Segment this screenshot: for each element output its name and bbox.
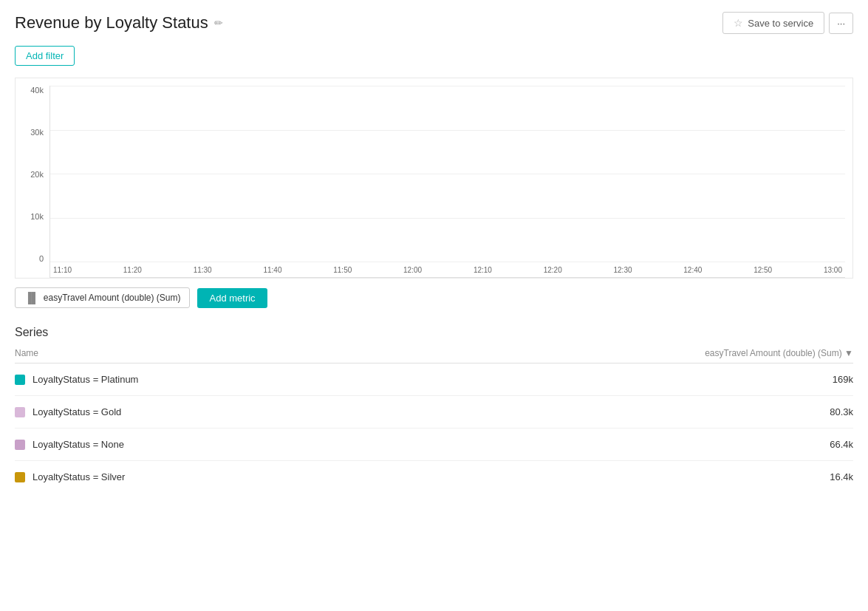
col-header-value-label[interactable]: easyTravel Amount (double) (Sum) ▼ xyxy=(705,348,853,358)
series-color-swatch xyxy=(15,407,25,417)
metric-chip-label: easyTravel Amount (double) (Sum) xyxy=(44,293,181,303)
metrics-row: ▐▌ easyTravel Amount (double) (Sum) Add … xyxy=(15,287,853,308)
bar-chart-icon: ▐▌ xyxy=(24,292,39,304)
x-label-1230: 12:30 xyxy=(614,266,632,274)
series-row-name: LoyaltyStatus = Platinum xyxy=(33,374,691,385)
col-header-value: easyTravel Amount (double) (Sum) ▼ xyxy=(691,348,853,358)
series-row-value: 169k xyxy=(691,374,853,385)
series-color-swatch xyxy=(15,375,25,385)
series-row: LoyaltyStatus = None 66.4k xyxy=(15,429,853,461)
bars-container xyxy=(50,86,845,262)
add-metric-button[interactable]: Add metric xyxy=(197,288,267,308)
series-row-value: 16.4k xyxy=(691,471,853,482)
save-label: Save to service xyxy=(748,18,813,29)
y-label-40k: 40k xyxy=(30,86,44,95)
x-label-1140: 11:40 xyxy=(263,266,281,274)
series-table-header: Name easyTravel Amount (double) (Sum) ▼ xyxy=(15,348,853,363)
page-title: Revenue by Loyalty Status xyxy=(15,13,208,33)
series-section: Series Name easyTravel Amount (double) (… xyxy=(15,326,853,493)
edit-icon[interactable]: ✏ xyxy=(214,17,223,29)
x-label-1220: 12:20 xyxy=(544,266,562,274)
y-axis: 40k 30k 20k 10k 0 xyxy=(23,86,49,278)
series-row: LoyaltyStatus = Silver 16.4k xyxy=(15,461,853,493)
page-container: Revenue by Loyalty Status ✏ ☆ Save to se… xyxy=(0,0,868,611)
x-label-1120: 11:20 xyxy=(123,266,142,274)
series-color-swatch xyxy=(15,472,25,482)
y-label-10k: 10k xyxy=(30,212,44,221)
x-label-1200: 12:00 xyxy=(403,266,422,274)
x-label-1210: 12:10 xyxy=(474,266,492,274)
x-label-1240: 12:40 xyxy=(683,266,702,274)
page-header: Revenue by Loyalty Status ✏ ☆ Save to se… xyxy=(15,12,853,34)
metric-chip[interactable]: ▐▌ easyTravel Amount (double) (Sum) xyxy=(15,287,190,308)
save-to-service-button[interactable]: ☆ Save to service xyxy=(722,12,824,34)
y-label-20k: 20k xyxy=(30,170,44,179)
header-actions: ☆ Save to service ··· xyxy=(722,12,853,34)
title-area: Revenue by Loyalty Status ✏ xyxy=(15,13,223,33)
more-options-button[interactable]: ··· xyxy=(829,13,853,34)
y-label-30k: 30k xyxy=(30,128,44,137)
col-header-name: Name xyxy=(15,348,691,358)
series-row-name: LoyaltyStatus = None xyxy=(33,439,691,450)
series-rows: LoyaltyStatus = Platinum 169k LoyaltySta… xyxy=(15,363,853,493)
series-row-name: LoyaltyStatus = Gold xyxy=(33,406,691,417)
x-axis: 11:10 11:20 11:30 11:40 11:50 12:00 12:1… xyxy=(50,262,845,277)
x-label-1150: 11:50 xyxy=(333,266,352,274)
x-label-1300: 13:00 xyxy=(824,266,842,274)
series-row-name: LoyaltyStatus = Silver xyxy=(33,471,691,482)
series-row: LoyaltyStatus = Platinum 169k xyxy=(15,363,853,396)
x-label-1250: 12:50 xyxy=(753,266,772,274)
series-title: Series xyxy=(15,326,853,339)
chart-plot: 11:10 11:20 11:30 11:40 11:50 12:00 12:1… xyxy=(49,86,845,278)
x-label-1110: 11:10 xyxy=(53,266,72,274)
add-filter-button[interactable]: Add filter xyxy=(15,46,75,66)
series-row-value: 66.4k xyxy=(691,439,853,450)
series-row-value: 80.3k xyxy=(691,406,853,417)
series-color-swatch xyxy=(15,440,25,450)
chart-area: 40k 30k 20k 10k 0 xyxy=(15,78,853,279)
x-label-1130: 11:30 xyxy=(194,266,212,274)
chart-inner: 40k 30k 20k 10k 0 xyxy=(23,86,845,278)
y-label-0: 0 xyxy=(39,254,44,263)
star-icon: ☆ xyxy=(734,17,743,29)
series-row: LoyaltyStatus = Gold 80.3k xyxy=(15,396,853,429)
